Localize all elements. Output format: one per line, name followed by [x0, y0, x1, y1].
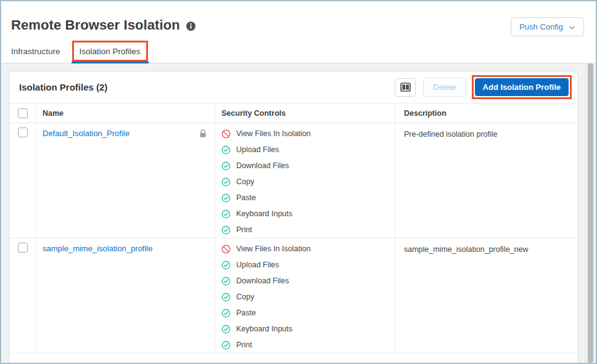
lock-icon: [199, 129, 207, 140]
allowed-check-icon: [221, 293, 231, 302]
column-picker-button[interactable]: [395, 78, 416, 97]
security-controls-list: View Files In Isolation Upload Files Dow…: [215, 238, 395, 353]
select-all-checkbox[interactable]: [18, 108, 28, 118]
isolation-profiles-panel: Isolation Profiles (2) Delete Add Isolat…: [9, 71, 578, 363]
allowed-check-icon: [221, 193, 231, 203]
security-control-item: Upload Files: [221, 257, 395, 273]
security-control-label: Download Files: [236, 277, 289, 285]
security-control-item: Paste: [221, 305, 395, 321]
column-header-description: Description: [395, 103, 578, 123]
profile-name-link[interactable]: sample_mime_isolation_profile: [43, 243, 152, 254]
tab-infrastructure[interactable]: Infrastructure: [10, 43, 62, 63]
security-control-label: Download Files: [236, 161, 289, 170]
page-title: Remote Browser Isolation: [11, 17, 180, 33]
security-control-label: View Files In Isolation: [236, 245, 311, 253]
allowed-check-icon: [221, 177, 231, 187]
blocked-icon: [221, 129, 231, 139]
security-control-item: Print: [221, 222, 395, 238]
allowed-check-icon: [221, 261, 231, 270]
table-body: Default_Isolation_Profile View Files In …: [9, 123, 578, 354]
delete-button[interactable]: Delete: [423, 78, 466, 97]
security-control-item: Keyboard Inputs: [221, 321, 395, 337]
row-checkbox[interactable]: [18, 243, 28, 253]
info-icon[interactable]: [186, 21, 196, 31]
security-control-label: Paste: [236, 193, 256, 202]
security-control-item: Paste: [221, 190, 395, 206]
security-control-item: View Files In Isolation: [221, 126, 395, 142]
allowed-check-icon: [221, 225, 231, 235]
allowed-check-icon: [221, 341, 231, 350]
allowed-check-icon: [221, 209, 231, 219]
profile-name-link[interactable]: Default_Isolation_Profile: [43, 128, 130, 139]
column-header-name: Name: [36, 103, 215, 123]
scrollbar-thumb[interactable]: [588, 63, 593, 363]
vertical-scrollbar: [585, 63, 595, 363]
security-control-item: Keyboard Inputs: [221, 206, 395, 222]
allowed-check-icon: [221, 277, 231, 286]
table-header-row: Name Security Controls Description: [9, 103, 578, 123]
security-control-item: Copy: [221, 174, 395, 190]
security-control-label: View Files In Isolation: [236, 129, 311, 138]
allowed-check-icon: [221, 325, 231, 334]
security-control-item: Print: [221, 337, 395, 353]
security-control-item: Upload Files: [221, 142, 395, 158]
table-row: Default_Isolation_Profile View Files In …: [9, 123, 578, 238]
page-header: Remote Browser Isolation Push Config Inf…: [1, 1, 596, 63]
security-control-item: Download Files: [221, 158, 395, 174]
panel-title: Isolation Profiles (2): [19, 82, 107, 92]
security-control-label: Upload Files: [236, 261, 279, 269]
security-control-item: View Files In Isolation: [221, 241, 395, 257]
security-control-label: Copy: [236, 293, 254, 301]
column-header-security-controls: Security Controls: [215, 103, 395, 123]
security-control-label: Keyboard Inputs: [236, 325, 292, 333]
security-controls-list: View Files In Isolation Upload Files Dow…: [215, 123, 395, 238]
profile-description: Pre-defined isolation profile: [395, 123, 578, 238]
security-control-item: Copy: [221, 289, 395, 305]
security-control-label: Upload Files: [236, 145, 279, 154]
remote-browser-isolation-page: { "header": { "title": "Remote Browser I…: [0, 0, 597, 364]
panel-header: Isolation Profiles (2) Delete Add Isolat…: [9, 71, 578, 103]
table-row: sample_mime_isolation_profile View Files…: [9, 238, 578, 354]
security-control-label: Keyboard Inputs: [236, 209, 292, 218]
column-picker-icon: [400, 83, 411, 92]
profile-description: sample_mime_isolation_profile_new: [395, 238, 578, 353]
security-control-label: Print: [236, 225, 252, 234]
add-isolation-profile-button[interactable]: Add Isolation Profile: [475, 78, 569, 96]
content-area: Isolation Profiles (2) Delete Add Isolat…: [1, 63, 596, 363]
security-control-label: Copy: [236, 177, 254, 186]
blocked-icon: [221, 245, 231, 254]
allowed-check-icon: [221, 161, 231, 171]
row-checkbox[interactable]: [18, 127, 28, 137]
security-control-label: Print: [236, 341, 252, 349]
push-config-button[interactable]: Push Config: [511, 17, 584, 36]
tab-isolation-profiles[interactable]: Isolation Profiles: [72, 43, 149, 63]
push-config-label: Push Config: [519, 22, 563, 31]
tab-bar: Infrastructure Isolation Profiles: [10, 43, 149, 63]
security-control-item: Download Files: [221, 273, 395, 289]
security-control-label: Paste: [236, 309, 256, 317]
allowed-check-icon: [221, 309, 231, 318]
allowed-check-icon: [221, 145, 231, 155]
chevron-down-icon: [569, 25, 575, 30]
